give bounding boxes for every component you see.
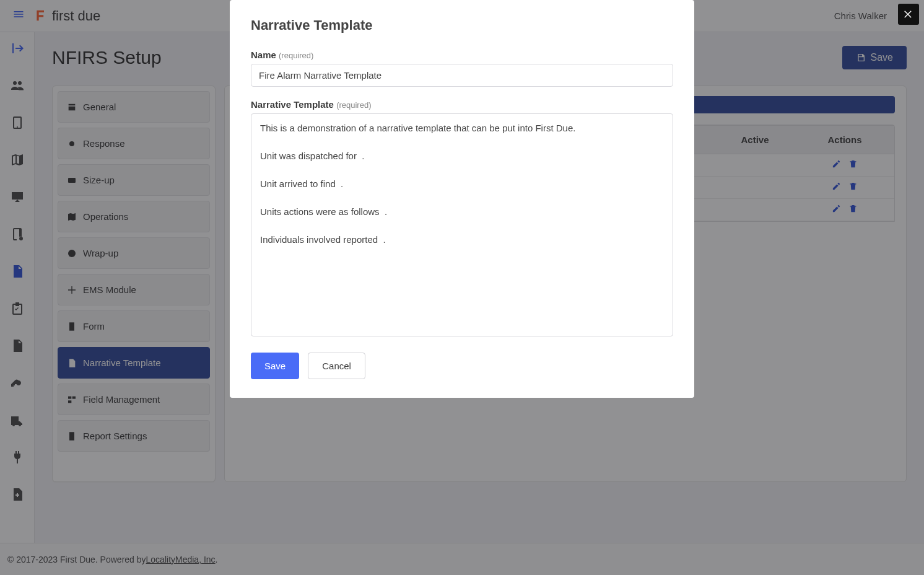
name-label-text: Name <box>251 50 276 60</box>
name-field-label: Name (required) <box>251 50 673 60</box>
modal-title: Narrative Template <box>251 17 673 33</box>
name-required-suffix: (required) <box>279 51 313 60</box>
narrative-template-modal: Narrative Template Name (required) Narra… <box>230 0 694 398</box>
modal-close-button[interactable] <box>898 4 919 25</box>
modal-save-button[interactable]: Save <box>251 353 299 379</box>
name-input[interactable] <box>251 64 673 87</box>
template-label-text: Narrative Template <box>251 99 334 110</box>
close-icon <box>903 9 914 20</box>
modal-cancel-button[interactable]: Cancel <box>308 353 365 379</box>
template-textarea[interactable] <box>251 113 673 336</box>
template-field-label: Narrative Template (required) <box>251 99 673 110</box>
template-required-suffix: (required) <box>336 100 371 110</box>
